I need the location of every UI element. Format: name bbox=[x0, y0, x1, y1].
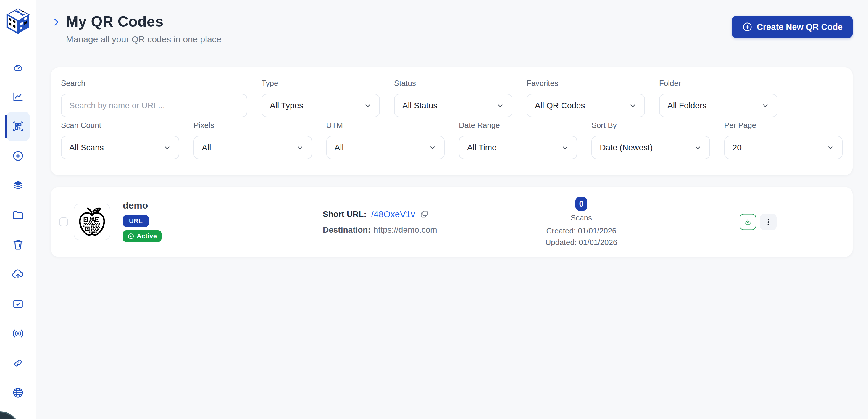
favorites-select-value: All QR Codes bbox=[535, 101, 585, 110]
status-select[interactable]: All Status bbox=[394, 94, 513, 117]
pixels-select[interactable]: All bbox=[193, 136, 312, 159]
qr-info: demo URL Active bbox=[123, 200, 161, 242]
sidebar-item-bulk[interactable] bbox=[6, 171, 30, 200]
chevron-down-icon bbox=[827, 144, 834, 151]
filter-date-range: Date Range All Time bbox=[459, 121, 577, 159]
folder-label: Folder bbox=[659, 79, 777, 88]
utm-select-value: All bbox=[335, 143, 344, 152]
broadcast-icon bbox=[11, 327, 25, 340]
sidebar-item-analytics[interactable] bbox=[6, 82, 30, 112]
filter-utm: UTM All bbox=[326, 121, 445, 159]
status-select-value: All Status bbox=[402, 101, 437, 110]
page-title: My QR Codes bbox=[66, 13, 221, 30]
filter-type: Type All Types bbox=[261, 79, 380, 117]
kebab-menu-icon bbox=[764, 218, 772, 226]
chevron-down-icon bbox=[561, 144, 569, 151]
utm-select[interactable]: All bbox=[326, 136, 445, 159]
cloud-upload-icon bbox=[11, 268, 25, 281]
row-checkbox[interactable] bbox=[59, 217, 68, 227]
sidebar-item-domains[interactable] bbox=[6, 378, 30, 408]
qr-scan-stats: 0 Scans Created: 01/01/2026 Updated: 01/… bbox=[537, 197, 626, 247]
search-input[interactable] bbox=[61, 94, 247, 117]
scan-count-label: Scan Count bbox=[61, 121, 179, 130]
chevron-down-icon bbox=[429, 144, 436, 151]
chevron-down-icon bbox=[762, 102, 769, 110]
folder-select-value: All Folders bbox=[668, 101, 707, 110]
folder-icon bbox=[12, 209, 24, 221]
qr-row-actions bbox=[740, 214, 777, 230]
qr-code-thumbnail[interactable] bbox=[74, 204, 110, 240]
updated-date: Updated: 01/01/2026 bbox=[537, 238, 626, 247]
short-url-label: Short URL: bbox=[323, 210, 367, 219]
utm-label: UTM bbox=[326, 121, 445, 130]
filter-pixels: Pixels All bbox=[193, 121, 312, 159]
gauge-icon bbox=[12, 61, 24, 73]
destination-label: Destination: bbox=[323, 225, 371, 235]
type-label: Type bbox=[261, 79, 380, 88]
type-badge: URL bbox=[123, 215, 149, 227]
app-root: My QR Codes Manage all your QR codes in … bbox=[0, 0, 868, 419]
sidebar-item-my-qr-codes[interactable] bbox=[6, 112, 30, 141]
sidebar-expand-chevron[interactable] bbox=[51, 16, 61, 44]
scans-label: Scans bbox=[537, 213, 626, 222]
sidebar-item-trash[interactable] bbox=[6, 230, 30, 260]
apple-qr-image bbox=[77, 206, 107, 238]
more-options-button[interactable] bbox=[760, 214, 777, 230]
sidebar-item-broadcast[interactable] bbox=[6, 319, 30, 348]
filter-status: Status All Status bbox=[394, 79, 513, 117]
page-subtitle: Manage all your QR codes in one place bbox=[66, 34, 221, 44]
filter-sort-by: Sort By Date (Newest) bbox=[591, 121, 710, 159]
sidebar-item-upload[interactable] bbox=[6, 260, 30, 289]
short-url-link[interactable]: /48OxeV1v bbox=[371, 209, 415, 219]
date-range-select[interactable]: All Time bbox=[459, 136, 577, 159]
chevron-right-icon bbox=[51, 16, 61, 29]
link-icon bbox=[13, 358, 23, 368]
sidebar-divider bbox=[0, 42, 36, 42]
sidebar-item-scheduled[interactable] bbox=[6, 289, 30, 319]
sidebar-item-dashboard[interactable] bbox=[6, 52, 30, 82]
sidebar-item-links[interactable] bbox=[6, 348, 30, 378]
download-icon bbox=[744, 218, 752, 226]
chevron-down-icon bbox=[163, 144, 171, 151]
sidebar-item-folders[interactable] bbox=[6, 200, 30, 230]
chevron-down-icon bbox=[629, 102, 637, 110]
qr-url-info: Short URL: /48OxeV1v Destination: https:… bbox=[323, 209, 437, 235]
calendar-check-icon bbox=[12, 298, 24, 310]
qr-code-icon bbox=[12, 120, 24, 132]
chevron-down-icon bbox=[296, 144, 304, 151]
create-new-qr-label: Create New QR Code bbox=[757, 22, 842, 32]
scan-count-select[interactable]: All Scans bbox=[61, 136, 179, 159]
sort-by-select-value: Date (Newest) bbox=[600, 143, 653, 152]
sort-by-select[interactable]: Date (Newest) bbox=[591, 136, 710, 159]
app-logo-cube-icon[interactable] bbox=[5, 8, 31, 35]
type-select[interactable]: All Types bbox=[261, 94, 380, 117]
filter-favorites: Favorites All QR Codes bbox=[527, 79, 645, 117]
status-badge-label: Active bbox=[137, 232, 157, 240]
plus-circle-icon bbox=[12, 150, 24, 162]
pixels-label: Pixels bbox=[193, 121, 312, 130]
copy-icon[interactable] bbox=[420, 210, 429, 219]
sidebar-item-create-new[interactable] bbox=[6, 141, 30, 171]
sort-by-label: Sort By bbox=[591, 121, 710, 130]
type-select-value: All Types bbox=[270, 101, 303, 110]
create-new-qr-button[interactable]: Create New QR Code bbox=[732, 16, 852, 38]
date-range-label: Date Range bbox=[459, 121, 577, 130]
filter-scan-count: Scan Count All Scans bbox=[61, 121, 179, 159]
layers-icon bbox=[12, 179, 24, 192]
line-chart-icon bbox=[12, 91, 24, 103]
scan-count-select-value: All Scans bbox=[69, 143, 104, 152]
favorites-label: Favorites bbox=[527, 79, 645, 88]
filter-search: Search bbox=[61, 79, 247, 117]
per-page-select[interactable]: 20 bbox=[724, 136, 842, 159]
filter-per-page: Per Page 20 bbox=[724, 121, 842, 159]
pixels-select-value: All bbox=[202, 143, 211, 152]
per-page-select-value: 20 bbox=[733, 143, 742, 152]
scan-count-badge: 0 bbox=[576, 197, 587, 211]
date-range-select-value: All Time bbox=[467, 143, 497, 152]
sidebar bbox=[0, 0, 36, 419]
folder-select[interactable]: All Folders bbox=[659, 94, 777, 117]
chevron-down-icon bbox=[496, 102, 504, 110]
filter-folder: Folder All Folders bbox=[659, 79, 777, 117]
download-button[interactable] bbox=[740, 214, 756, 230]
favorites-select[interactable]: All QR Codes bbox=[527, 94, 645, 117]
